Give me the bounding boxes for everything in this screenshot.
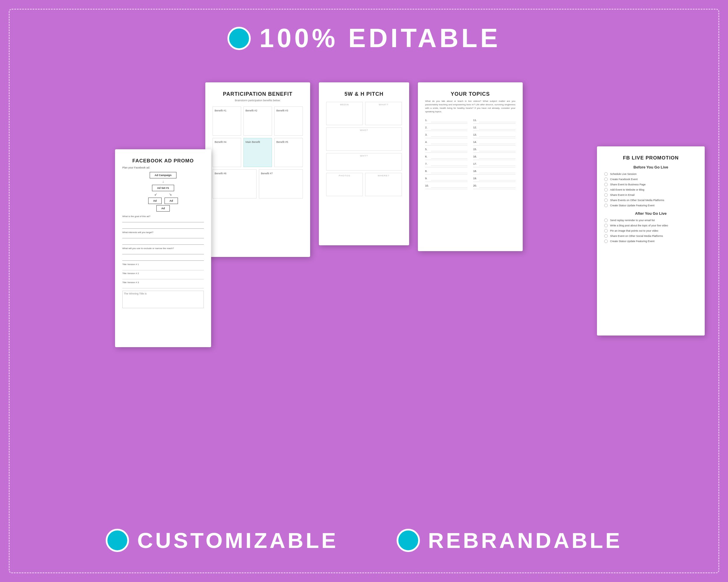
fblive-after-title: After You Go Live	[604, 211, 697, 216]
check-circle-a5	[604, 240, 608, 243]
pitch-grid: MEDIA WHAT? WHO? WHY? PHOTOS WHERE?	[326, 102, 402, 196]
topic-19: 19.	[473, 176, 515, 182]
teal-circle-custom-icon	[106, 529, 129, 552]
topic-20: 20.	[473, 184, 515, 189]
fblive-before-item-4: Add Event to Website or Blog	[604, 188, 697, 192]
footer-customizable-label: CUSTOMIZABLE	[137, 528, 338, 553]
cards-area: PARTICIPATION BENEFIT Brainstorm partici…	[0, 71, 728, 333]
footer-rebrandable: REBRANDABLE	[397, 528, 622, 553]
topics-title: YOUR TOPICS	[425, 91, 515, 97]
card-participation: PARTICIPATION BENEFIT Brainstorm partici…	[205, 82, 310, 257]
pitch-who: WHO?	[326, 128, 402, 151]
fb-title-v2: Title Version # 2	[122, 272, 204, 275]
topic-5: 5.	[425, 147, 467, 153]
fb-info-label-3: What will you use to exclude or narrow t…	[122, 247, 204, 250]
fb-info-section: What is the goal of this ad? What intere…	[122, 215, 204, 261]
check-circle-4	[604, 188, 608, 192]
5w-title: 5W & H PITCH	[326, 91, 402, 97]
fb-ads-row: Ad Ad	[148, 198, 178, 204]
fblive-after-item-2: Write a blog post about the topic of you…	[604, 224, 697, 227]
footer-rebrandable-label: REBRANDABLE	[428, 528, 622, 553]
fblive-before-item-6: Share Events on Other Social Media Platf…	[604, 198, 697, 202]
check-circle-5	[604, 193, 608, 197]
fblive-before-title: Before You Go Live	[604, 165, 697, 169]
fb-title-versions: Title Version # 1 Title Version # 2 Titl…	[122, 263, 204, 308]
fb-ad-3: Ad	[156, 205, 170, 212]
fb-info-line-2	[122, 234, 204, 238]
fblive-after-item-3: Pin an image that points out to your vid…	[604, 229, 697, 232]
check-circle-2	[604, 177, 608, 181]
benefit-cell-3: Benefit #3	[274, 107, 303, 136]
footer-customizable: CUSTOMIZABLE	[106, 528, 338, 553]
participation-subtitle: Brainstorm participation benefits below:	[213, 99, 303, 102]
fblive-after-list: Send replay reminder to your email list …	[604, 219, 697, 243]
pitch-what: WHAT?	[365, 102, 402, 125]
fb-info-line-3b	[122, 257, 204, 261]
header-section: 100% EDITABLE	[0, 0, 728, 65]
benefit-grid-top: Benefit #1 Benefit #2 Benefit #3	[213, 107, 303, 136]
fblive-before-list: Schedule Live Session Create Facebook Ev…	[604, 172, 697, 207]
fb-flow: Ad Campaign ↓ Ad Set #1 ↙ ↘ Ad Ad Ad	[122, 172, 204, 212]
fb-arrow-1: ↓	[162, 179, 164, 184]
fblive-after-item-1: Send replay reminder to your email list	[604, 219, 697, 222]
fb-title-v3: Title Version # 3	[122, 281, 204, 284]
check-circle-1	[604, 172, 608, 176]
check-circle-7	[604, 204, 608, 207]
teal-circle-rebrand-icon	[397, 529, 420, 552]
topic-10: 10.	[425, 184, 467, 189]
fblive-before-item-3: Share Event to Business Page	[604, 183, 697, 186]
topic-6: 6.	[425, 155, 467, 160]
fblive-before-item-2: Create Facebook Event	[604, 177, 697, 181]
fblive-after-item-5: Create Status Update Featuring Event	[604, 240, 697, 243]
fb-info-line-3	[122, 250, 204, 254]
topic-13: 13.	[473, 133, 515, 138]
topic-14: 14.	[473, 140, 515, 145]
benefit-cell-5: Benefit #5	[274, 138, 303, 167]
fblive-before-item-1: Schedule Live Session	[604, 172, 697, 176]
pitch-where: WHERE?	[365, 173, 402, 196]
fblive-before-item-5: Share Event in Email	[604, 193, 697, 197]
fb-title-v1: Title Version # 1	[122, 263, 204, 266]
check-circle-a1	[604, 219, 608, 222]
fb-ad-1: Ad	[148, 198, 162, 204]
fb-info-label-2: What interests will you target?	[122, 231, 204, 234]
participation-title: PARTICIPATION BENEFIT	[213, 91, 303, 97]
fb-info-line-1b	[122, 225, 204, 229]
footer-section: CUSTOMIZABLE REBRANDABLE	[0, 510, 728, 564]
card-5w: 5W & H PITCH MEDIA WHAT? WHO? WHY? PHOTO…	[319, 82, 409, 245]
topic-3: 3.	[425, 133, 467, 138]
benefit-cell-6: Benefit #6	[213, 169, 257, 198]
fb-arrows-split: ↙ ↘	[154, 192, 172, 196]
topic-15: 15.	[473, 147, 515, 153]
pitch-media: MEDIA	[326, 102, 363, 125]
benefit-cell-main: Main Benefit	[243, 138, 272, 167]
topic-17: 17.	[473, 162, 515, 167]
fblive-title: FB LIVE PROMOTION	[604, 155, 697, 161]
fb-adset-box: Ad Set #1	[152, 185, 174, 191]
topic-9: 9.	[425, 176, 467, 182]
topic-11: 11.	[473, 118, 515, 124]
card-topics: YOUR TOPICS What do you talk about or te…	[418, 82, 523, 251]
topic-16: 16.	[473, 155, 515, 160]
fb-ad-3-row: Ad	[156, 205, 170, 212]
topics-list: 1. 11. 2. 12. 3. 13. 4. 14. 5. 15. 6. 16…	[425, 118, 515, 189]
topic-1: 1.	[425, 118, 467, 124]
pitch-why: WHY?	[326, 153, 402, 170]
topic-18: 18.	[473, 169, 515, 175]
fb-winning-box: The Winning Title is	[122, 291, 204, 308]
check-circle-a2	[604, 224, 608, 227]
benefit-cell-2: Benefit #2	[243, 107, 272, 136]
benefit-grid-mid: Benefit #4 Main Benefit Benefit #5	[213, 138, 303, 167]
benefit-cell-1: Benefit #1	[213, 107, 241, 136]
topic-7: 7.	[425, 162, 467, 167]
check-circle-6	[604, 198, 608, 202]
benefit-cell-4: Benefit #4	[213, 138, 241, 167]
check-circle-a4	[604, 234, 608, 238]
benefit-cell-7: Benefit #7	[259, 169, 303, 198]
header-title: 100% EDITABLE	[259, 23, 501, 53]
fblive-before-item-7: Create Status Update Featuring Event	[604, 204, 697, 207]
fbad-title: FACEBOOK AD PROMO	[122, 158, 204, 164]
check-circle-a3	[604, 229, 608, 232]
fb-winning-label: The Winning Title is	[124, 292, 147, 295]
fb-info-line-1	[122, 218, 204, 222]
